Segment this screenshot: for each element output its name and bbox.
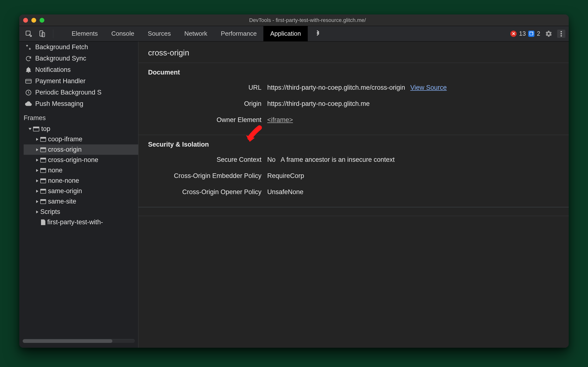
chevron-right-icon <box>36 190 38 193</box>
toolbar-left <box>19 29 60 38</box>
chevron-right-icon <box>36 210 38 213</box>
secure-context-value: No <box>267 156 276 163</box>
background-services-group: Background Fetch Background Sync Notific… <box>19 42 138 109</box>
frame-same-origin[interactable]: same-origin <box>24 186 138 196</box>
svg-point-5 <box>561 35 562 36</box>
error-badge-icon: ✕ <box>510 31 517 37</box>
frame-top[interactable]: top <box>24 124 138 134</box>
label: same-site <box>48 198 76 205</box>
chevron-right-icon <box>36 148 38 151</box>
tabs-overflow[interactable] <box>308 26 328 41</box>
panel-tabs: Elements Console Sources Network Perform… <box>65 26 328 41</box>
label: Payment Handler <box>35 77 86 85</box>
label: Push Messaging <box>35 100 84 108</box>
document-heading: Document <box>148 69 559 76</box>
minimize-window-button[interactable] <box>31 18 36 23</box>
frame-coop-iframe[interactable]: coop-iframe <box>24 134 138 144</box>
svg-point-3 <box>561 31 562 32</box>
titlebar: DevTools - first-party-test-with-resourc… <box>19 15 569 26</box>
row-coop: Cross-Origin Opener Policy UnsafeNone <box>148 184 559 200</box>
label: cross-origin-none <box>48 156 98 164</box>
value: https://third-party-no-coep.glitch.me <box>267 100 559 108</box>
sidebar-item-notifications[interactable]: Notifications <box>19 64 138 75</box>
sidebar-item-payment-handler[interactable]: Payment Handler <box>19 75 138 87</box>
value: https://third-party-no-coep.glitch.me/cr… <box>267 84 559 92</box>
empty-section <box>138 207 569 216</box>
url-value: https://third-party-no-coep.glitch.me/cr… <box>267 84 405 91</box>
svg-rect-1 <box>40 31 43 36</box>
chevron-right-icon <box>36 200 38 203</box>
chevron-right-icon <box>36 169 38 172</box>
frame-icon <box>40 178 46 183</box>
label: Scripts <box>40 208 60 216</box>
label: Background Sync <box>35 55 86 62</box>
label: none-none <box>48 177 79 184</box>
tab-network[interactable]: Network <box>177 26 214 41</box>
close-window-button[interactable] <box>23 18 28 23</box>
chevron-right-icon <box>36 138 38 141</box>
error-counter[interactable]: ✕ 13 ❐ 2 <box>510 30 540 37</box>
messages-badge-icon: ❐ <box>528 31 534 37</box>
frame-cross-origin-none[interactable]: cross-origin-none <box>24 155 138 165</box>
view-source-link[interactable]: View Source <box>410 84 447 91</box>
kebab-menu-icon[interactable] <box>557 30 565 38</box>
frame-none-none[interactable]: none-none <box>24 175 138 186</box>
file-icon <box>41 219 45 225</box>
label: top <box>41 125 50 133</box>
frame-title: cross-origin <box>138 42 569 63</box>
device-toolbar-icon[interactable] <box>38 30 46 38</box>
messages-count: 2 <box>537 30 540 37</box>
label: same-origin <box>48 187 82 195</box>
sidebar-item-background-fetch[interactable]: Background Fetch <box>19 42 138 53</box>
content-area: Background Fetch Background Sync Notific… <box>19 42 569 348</box>
value: RequireCorp <box>267 172 559 180</box>
label: Owner Element <box>148 116 261 124</box>
sidebar-horizontal-scrollbar[interactable] <box>23 339 135 343</box>
sidebar-item-periodic-sync[interactable]: Periodic Background S <box>19 87 138 98</box>
sidebar-scroll: Background Fetch Background Sync Notific… <box>19 42 138 336</box>
label: coop-iframe <box>48 135 83 143</box>
traffic-lights <box>23 18 44 23</box>
frame-scripts[interactable]: Scripts <box>24 207 138 217</box>
frame-cross-origin[interactable]: cross-origin <box>24 144 138 155</box>
frame-same-site[interactable]: same-site <box>24 196 138 207</box>
frames-tree: top coop-iframe cross-origin <box>19 124 138 227</box>
scrollbar-thumb[interactable] <box>23 339 112 343</box>
tab-elements[interactable]: Elements <box>65 26 104 41</box>
script-file[interactable]: first-party-test-with- <box>24 217 138 227</box>
frame-icon <box>40 137 46 142</box>
devtools-window: DevTools - first-party-test-with-resourc… <box>19 15 569 348</box>
frame-icon <box>40 158 46 163</box>
svg-point-4 <box>561 33 562 34</box>
window-title: DevTools - first-party-test-with-resourc… <box>50 17 565 23</box>
document-section: Document URL https://third-party-no-coep… <box>138 63 569 135</box>
tab-application[interactable]: Application <box>263 26 308 41</box>
security-isolation-section: Security & Isolation Secure Context No A… <box>138 135 569 207</box>
tab-sources[interactable]: Sources <box>141 26 177 41</box>
tab-console[interactable]: Console <box>104 26 141 41</box>
application-sidebar: Background Fetch Background Sync Notific… <box>19 42 138 348</box>
divider <box>53 29 53 38</box>
frame-none[interactable]: none <box>24 165 138 175</box>
security-heading: Security & Isolation <box>148 141 559 148</box>
label: Origin <box>148 100 261 108</box>
chevron-right-icon <box>36 179 38 182</box>
row-origin: Origin https://third-party-no-coep.glitc… <box>148 96 559 112</box>
maximize-window-button[interactable] <box>40 18 44 23</box>
value: UnsafeNone <box>267 188 559 196</box>
owner-element-link[interactable]: <iframe> <box>267 116 293 124</box>
label: Periodic Background S <box>35 89 101 96</box>
svg-rect-6 <box>25 79 31 83</box>
sidebar-item-push-messaging[interactable]: Push Messaging <box>19 98 138 109</box>
frame-icon <box>40 189 46 194</box>
settings-gear-icon[interactable] <box>545 30 553 38</box>
row-url: URL https://third-party-no-coep.glitch.m… <box>148 80 559 96</box>
row-owner-element: Owner Element <iframe> <box>148 112 559 128</box>
inspect-element-icon[interactable] <box>25 30 33 38</box>
label: URL <box>148 84 261 92</box>
frames-section-title: Frames <box>19 109 138 124</box>
sidebar-item-background-sync[interactable]: Background Sync <box>19 53 138 64</box>
label: Cross-Origin Opener Policy <box>148 188 261 196</box>
label: Background Fetch <box>35 43 88 51</box>
tab-performance[interactable]: Performance <box>214 26 264 41</box>
